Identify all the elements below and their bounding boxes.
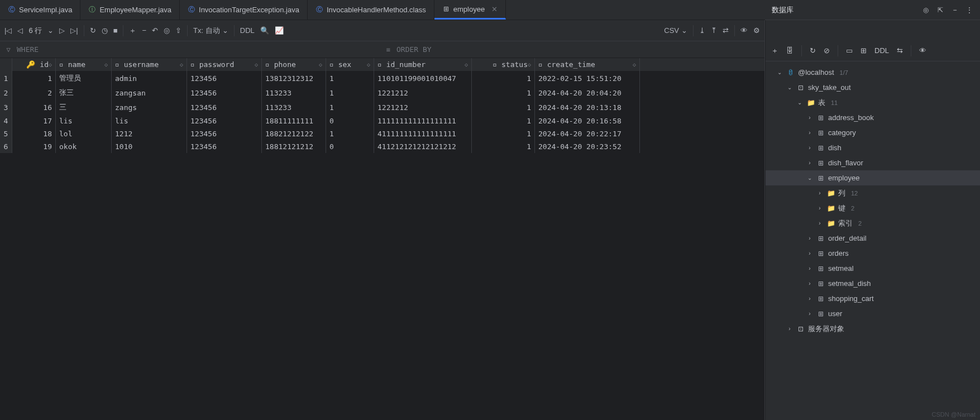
schema-node[interactable]: ⌄⊡sky_take_out (766, 80, 980, 95)
col-header-phone[interactable]: ▫ phone◇ (262, 58, 326, 71)
stop-sync-icon[interactable]: ⊘ (824, 46, 830, 55)
cell-sex[interactable]: 0 (326, 140, 374, 153)
cell-id[interactable]: 18 (12, 127, 56, 140)
cell-username[interactable]: zangs (112, 100, 187, 114)
cell-password[interactable]: 123456 (187, 140, 262, 153)
cell-idnumber[interactable]: 411212121212121212 (374, 140, 472, 153)
cell-username[interactable]: zangsan (112, 85, 187, 100)
cell-status[interactable]: 1 (472, 114, 535, 127)
transpose-icon[interactable]: ⇆ (897, 46, 903, 55)
cell-id[interactable]: 19 (12, 140, 56, 153)
cell-name[interactable]: lol (56, 127, 112, 140)
cell-username[interactable]: lis (112, 114, 187, 127)
clock-icon[interactable]: ◷ (102, 26, 108, 35)
chevron-down-icon[interactable]: ⌄ (47, 26, 54, 35)
more-icon[interactable]: ⋮ (965, 6, 973, 14)
table-node-setmeal[interactable]: ›⊞setmeal (766, 261, 980, 276)
prev-page-button[interactable]: ◁ (17, 26, 23, 35)
cell-name[interactable]: 管理员 (56, 71, 112, 85)
table-node-dish[interactable]: ›⊞dish (766, 140, 980, 155)
cell-sex[interactable]: 1 (326, 85, 374, 100)
cell-password[interactable]: 123456 (187, 114, 262, 127)
filter-icon[interactable]: ▽ (4, 46, 12, 54)
cell-sex[interactable]: 1 (326, 100, 374, 114)
col-header-createtime[interactable]: ▫ create_time◇ (535, 58, 640, 71)
copy-icon[interactable]: ⇄ (723, 26, 729, 35)
settings-icon[interactable]: ⚙ (753, 26, 760, 35)
cell-createtime[interactable]: 2024-04-20 20:04:20 (535, 85, 640, 100)
search-icon[interactable]: 🔍 (260, 26, 269, 35)
cell-idnumber[interactable]: 411111111111111111 (374, 127, 472, 140)
preview-icon[interactable]: ◎ (164, 26, 170, 35)
import-icon[interactable]: ⤓ (699, 26, 705, 35)
col-header-sex[interactable]: ▫ sex◇ (326, 58, 374, 71)
cell-idnumber[interactable]: 111111111111111111 (374, 114, 472, 127)
cell-status[interactable]: 1 (472, 100, 535, 114)
submit-icon[interactable]: ⇧ (175, 26, 181, 35)
col-header-username[interactable]: ▫ username◇ (112, 58, 187, 71)
cell-id[interactable]: 1 (12, 71, 56, 85)
cell-phone[interactable]: 13812312312 (262, 71, 326, 85)
where-input[interactable]: WHERE (17, 45, 39, 54)
col-header-id[interactable]: 🔑 id◇ (12, 58, 56, 71)
ddl-label[interactable]: DDL (874, 46, 889, 55)
cell-idnumber[interactable]: 110101199001010047 (374, 71, 472, 85)
cell-idnumber[interactable]: 1221212 (374, 85, 472, 100)
cell-id[interactable]: 17 (12, 114, 56, 127)
table-child-键[interactable]: ›📁键2 (766, 201, 980, 216)
table-row[interactable]: 6 19 okok 1010 123456 18812121212 0 4112… (0, 140, 764, 153)
col-header-idnumber[interactable]: ▫ id_number◇ (374, 58, 472, 71)
cell-password[interactable]: 123456 (187, 127, 262, 140)
cell-phone[interactable]: 18812121212 (262, 140, 326, 153)
table-node-orders[interactable]: ›⊞orders (766, 246, 980, 261)
cell-id[interactable]: 16 (12, 100, 56, 114)
col-header-name[interactable]: ▫ name◇ (56, 58, 112, 71)
cell-phone[interactable]: 18811111111 (262, 114, 326, 127)
eye-icon[interactable]: 👁 (919, 46, 926, 55)
add-row-icon[interactable]: ＋ (129, 26, 136, 36)
minimize-icon[interactable]: − (951, 6, 959, 14)
first-page-button[interactable]: |◁ (4, 26, 12, 35)
revert-icon[interactable]: ↶ (152, 26, 158, 35)
row-count-label[interactable]: 6 行 (28, 26, 42, 36)
cell-password[interactable]: 123456 (187, 85, 262, 100)
eye-icon[interactable]: 👁 (740, 26, 748, 35)
cell-phone[interactable]: 113233 (262, 100, 326, 114)
stop-icon[interactable]: ■ (113, 26, 118, 35)
cell-createtime[interactable]: 2024-04-20 20:23:52 (535, 140, 640, 153)
cell-status[interactable]: 1 (472, 85, 535, 100)
datasource-node[interactable]: ⌄🛢@localhost1/7 (766, 65, 980, 80)
add-icon[interactable]: ＋ (771, 46, 778, 56)
cell-createtime[interactable]: 2024-04-20 20:13:18 (535, 100, 640, 114)
export-icon[interactable]: ⤒ (711, 26, 717, 35)
target-icon[interactable]: ◎ (922, 6, 930, 14)
cell-idnumber[interactable]: 1221212 (374, 100, 472, 114)
table-node-employee[interactable]: ⌄⊞employee (766, 170, 980, 185)
tab-invocablehandlermethod[interactable]: ⒸInvocableHandlerMethod.class (308, 0, 434, 20)
orderby-input[interactable]: ORDER BY (396, 45, 432, 54)
sort-icon[interactable]: ≡ (384, 46, 392, 54)
cell-sex[interactable]: 1 (326, 71, 374, 85)
col-header-status[interactable]: ▫ status◇ (472, 58, 535, 71)
cell-password[interactable]: 123456 (187, 71, 262, 85)
datasource-icon[interactable]: 🗄 (786, 46, 793, 55)
cell-createtime[interactable]: 2022-02-15 15:51:20 (535, 71, 640, 85)
cell-password[interactable]: 123456 (187, 100, 262, 114)
format-dropdown[interactable]: CSV ⌄ (664, 26, 687, 35)
cell-createtime[interactable]: 2024-04-20 20:22:17 (535, 127, 640, 140)
cell-phone[interactable]: 18821212122 (262, 127, 326, 140)
remove-row-icon[interactable]: − (142, 26, 146, 35)
tab-invocationtargetexception[interactable]: ⒸInvocationTargetException.java (180, 0, 308, 20)
last-page-button[interactable]: ▷| (70, 26, 78, 35)
cell-name[interactable]: lis (56, 114, 112, 127)
cell-id[interactable]: 2 (12, 85, 56, 100)
cell-status[interactable]: 1 (472, 127, 535, 140)
cell-createtime[interactable]: 2024-04-20 20:16:58 (535, 114, 640, 127)
tab-employee[interactable]: ⊞employee✕ (434, 0, 506, 20)
close-icon[interactable]: ✕ (491, 5, 498, 13)
table-node-category[interactable]: ›⊞category (766, 125, 980, 140)
cell-sex[interactable]: 0 (326, 114, 374, 127)
cell-username[interactable]: 1010 (112, 140, 187, 153)
cell-name[interactable]: 张三 (56, 85, 112, 100)
table-child-列[interactable]: ›📁列12 (766, 185, 980, 201)
